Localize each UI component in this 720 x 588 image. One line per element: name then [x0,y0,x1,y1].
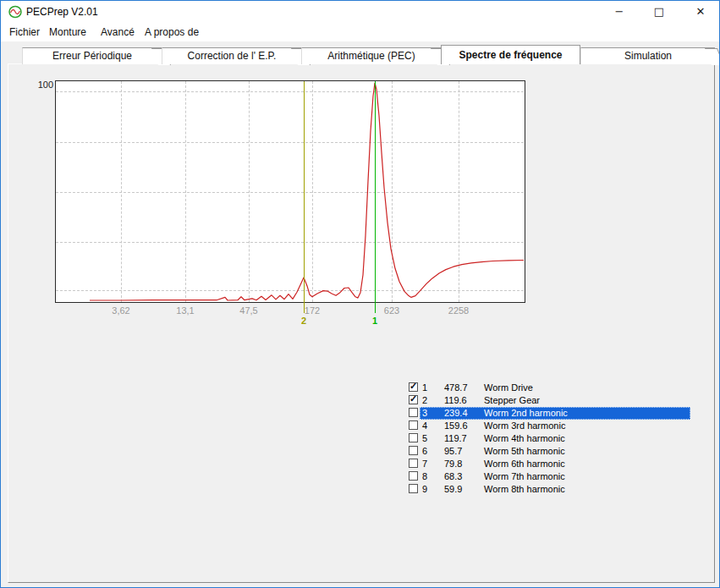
period-name: Worm 2nd harmonic [484,408,568,418]
period-number: 8 [422,471,427,481]
period-value: 59.9 [444,484,462,494]
tab-simulation[interactable]: Simulation [580,47,715,64]
menu-a-propos[interactable]: A propos de [145,26,199,38]
menu-fichier[interactable]: Fichier [9,26,40,38]
tab-correction-ep[interactable]: Correction de l' E.P. [162,47,301,64]
tab-spectre-frequence[interactable]: Spectre de fréquence [441,45,580,64]
period-name: Worm 3rd harmonic [484,420,565,431]
period-name: Worm 6th harmonic [484,459,565,469]
period-marker-line [375,81,376,313]
spectrum-curve [56,81,525,302]
window-title: PECPrep V2.01 [26,6,98,18]
period-name: Worm Drive [484,382,533,393]
period-number: 6 [422,446,427,456]
menu-bar: Fichier Monture Avancé A propos de [1,23,719,41]
period-name: Worm 8th harmonic [484,484,565,494]
x-tick-label: 2258 [448,305,469,316]
period-number: 1 [422,382,427,393]
period-checkbox[interactable] [409,459,418,468]
app-icon [8,5,22,19]
period-number: 5 [422,433,427,443]
period-value: 95.7 [444,446,462,456]
title-bar: PECPrep V2.01 − □ ✕ [1,1,719,23]
period-marker-label: 2 [301,316,306,326]
period-marker-label: 1 [372,316,377,326]
period-name: Stepper Gear [484,395,540,405]
tab-erreur-periodique[interactable]: Erreur Périodique [22,47,162,64]
maximize-button[interactable]: □ [645,1,673,22]
period-value: 79.8 [444,459,462,469]
period-marker-line [304,81,305,313]
close-button[interactable]: ✕ [686,1,715,22]
period-checkbox[interactable] [409,382,418,392]
period-value: 68.3 [444,471,462,481]
menu-avance[interactable]: Avancé [101,26,135,38]
x-tick-label: 47,5 [239,305,257,316]
period-name: Worm 7th harmonic [484,471,565,481]
x-tick-label: 13,1 [176,305,194,316]
x-tick-label: 3,62 [112,305,129,316]
period-checkbox[interactable] [409,471,418,481]
period-checkbox[interactable] [409,484,418,493]
period-value: 478.7 [444,382,468,393]
period-checkbox[interactable] [409,395,418,404]
x-tick-label: 623 [384,305,399,316]
period-value: 239.4 [444,408,468,418]
tab-arithmetique-pec[interactable]: Arithmétique (PEC) [301,47,441,64]
periodes-row[interactable]: 3239.4Worm 2nd harmonic [405,407,692,420]
plot-area: 3,6213,147,5172623225821 [55,80,525,303]
period-name: Worm 4th harmonic [484,433,565,443]
x-tick-label: 172 [305,305,320,316]
period-number: 9 [422,484,427,494]
period-value: 119.7 [444,433,467,443]
minimize-button[interactable]: − [605,1,634,22]
period-checkbox[interactable] [409,433,418,442]
period-number: 3 [422,408,427,418]
period-name: Worm 5th harmonic [484,446,565,456]
period-number: 4 [422,420,427,431]
app-window: PECPrep V2.01 − □ ✕ Fichier Monture Avan… [0,0,720,588]
period-number: 2 [422,395,427,405]
period-value: 159.6 [444,420,468,431]
period-checkbox[interactable] [409,420,418,430]
menu-monture[interactable]: Monture [49,26,86,38]
period-value: 119.6 [444,395,467,405]
y-axis-top-label: 100 [36,80,53,90]
period-number: 7 [422,459,427,469]
period-checkbox[interactable] [409,408,418,417]
period-checkbox[interactable] [409,446,418,455]
